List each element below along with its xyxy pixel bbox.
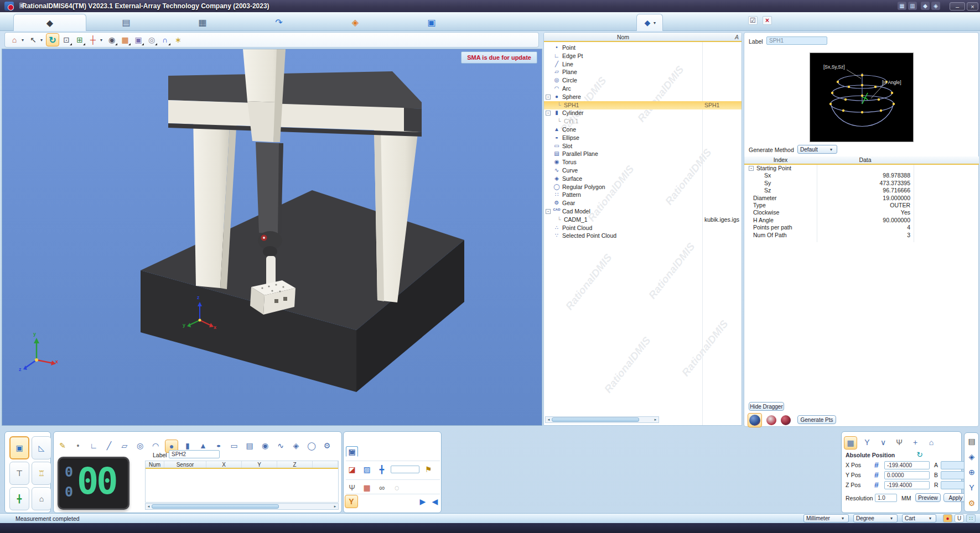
property-row-sx[interactable]: Sx98.978388	[744, 172, 979, 179]
points-column-y[interactable]: Y	[242, 461, 277, 468]
tree-item-sphere[interactable]: -●Sphere	[544, 93, 742, 101]
tree-item-pattern[interactable]: ∷Pattern	[544, 191, 742, 199]
tree-item-gear[interactable]: ⚙Gear	[544, 199, 742, 207]
resolution-input[interactable]: 1.0	[875, 494, 897, 502]
chevron-down-icon[interactable]: ▾	[22, 38, 26, 43]
tab-feature-tree[interactable]: ◆ ▾	[636, 14, 663, 31]
feature-torus-button[interactable]: ◉	[259, 440, 271, 453]
scroll-right-icon[interactable]: ►	[652, 417, 658, 422]
generate-pts-button[interactable]: Generate Pts	[797, 415, 836, 424]
feature-plane-button[interactable]: ▱	[118, 440, 131, 453]
panel-close-icon[interactable]: ×	[763, 16, 772, 25]
feature-surface-button[interactable]: ◈	[290, 440, 302, 453]
tree-item-point[interactable]: •Point	[544, 44, 742, 52]
tab-report-tab[interactable]: ▤	[90, 14, 163, 31]
label-input[interactable]: SPH1	[766, 36, 827, 45]
probe-flag-icon[interactable]: ⚑	[422, 463, 434, 475]
feature-edge-pt-button[interactable]: ∟	[87, 440, 100, 453]
session-tray-icon[interactable]: ◆	[921, 2, 930, 10]
probe-setup-button[interactable]: ⊤	[9, 462, 29, 485]
points-column-x[interactable]: X	[206, 461, 242, 468]
report-window-icon[interactable]: ▤	[966, 435, 978, 447]
tree-item-cadm-1[interactable]: └CADM_1kubik.iges.igs	[544, 216, 742, 224]
tab-machine-tab[interactable]: ◆	[13, 14, 86, 31]
emergency-icon[interactable]: ●	[943, 514, 952, 522]
machine-part-button[interactable]: ⌂	[32, 487, 51, 510]
protractor-button[interactable]: ◺	[32, 436, 51, 459]
feature-circle-button[interactable]: ◎	[134, 440, 146, 453]
tree-item-regular-polygon[interactable]: ◯Regular Polygon	[544, 183, 742, 191]
eraser-icon[interactable]: ◪	[346, 463, 358, 475]
connection-icon[interactable]: ∷	[966, 514, 976, 522]
joystick-button[interactable]: Ψ	[893, 436, 905, 450]
tree-item-arc[interactable]: ◠Arc	[544, 85, 742, 93]
property-row-type[interactable]: TypeOUTER	[744, 202, 979, 209]
align-cross-icon[interactable]: ╋	[376, 463, 388, 475]
points-column-num[interactable]: Num	[146, 461, 164, 468]
feature-gear-button[interactable]: ⚙	[321, 440, 333, 453]
tree-item-cad-model[interactable]: -CADCad Model	[544, 207, 742, 216]
tree-item-slot[interactable]: ▭Slot	[544, 142, 742, 150]
expand-toggle-icon[interactable]: -	[546, 209, 551, 214]
hide-dragger-button[interactable]: Hide Dragger	[749, 402, 784, 411]
points-table-scrollbar[interactable]: ◄ ►	[145, 503, 339, 510]
axes-tool[interactable]: ┼	[87, 34, 99, 46]
tree-item-circle[interactable]: ◎Circle	[544, 76, 742, 85]
feature-point-button[interactable]: •	[72, 440, 84, 453]
tab-window-tab[interactable]: ▦	[166, 14, 239, 31]
tree-column-attr[interactable]: A	[702, 34, 739, 40]
record-tool[interactable]: ◎	[146, 34, 158, 46]
scrollbar-thumb[interactable]	[552, 417, 639, 422]
position-table-button[interactable]: ▦	[844, 436, 857, 450]
probe-angle-tool[interactable]: ∗	[172, 34, 184, 46]
expand-toggle-icon[interactable]: -	[546, 111, 551, 116]
position-y-pos-input[interactable]: 0.0000	[884, 471, 930, 479]
eye-tool[interactable]: ◉	[106, 34, 118, 46]
scrollbar-thumb[interactable]	[152, 504, 279, 509]
points-column-z[interactable]: Z	[277, 461, 313, 468]
joystick-icon[interactable]: Ψ	[346, 482, 358, 494]
measure-label-input[interactable]: SPH2	[169, 450, 220, 458]
units-u-icon[interactable]: U	[955, 514, 964, 522]
chevron-down-icon[interactable]: ▾	[40, 38, 45, 43]
scroll-right-icon[interactable]: ►	[332, 504, 338, 509]
expand-toggle-icon[interactable]: -	[546, 95, 551, 100]
view-tab-result-window[interactable]: ▤	[346, 446, 358, 457]
home-tool[interactable]: ⌂	[8, 34, 20, 46]
probe-reverse-icon[interactable]: ◀	[429, 495, 441, 508]
rotate-tool[interactable]: ↻	[46, 33, 59, 46]
home-position-button[interactable]: ⌂	[925, 436, 937, 450]
color-squares-icon[interactable]: ▦	[361, 482, 373, 494]
grid-step-icon[interactable]: #	[872, 461, 881, 469]
property-row-h-angle[interactable]: H Angle90.000000	[744, 217, 979, 224]
session-tray-icon-2[interactable]: ◈	[931, 2, 940, 10]
property-row-sy[interactable]: Sy473.373395	[744, 180, 979, 187]
property-row-num-of-path[interactable]: Num Of Path3	[744, 232, 979, 239]
tree-item-point-cloud[interactable]: ∴Point Cloud	[544, 224, 742, 232]
tree-item-sph1[interactable]: └SPH1SPH1	[544, 101, 742, 109]
property-row-clockwise[interactable]: ClockwiseYes	[744, 209, 979, 216]
tab-graphics-tab[interactable]: ◈	[319, 14, 392, 31]
units-dropdown[interactable]: Millimeter ▾	[803, 514, 849, 522]
preview-button[interactable]: Preview	[915, 493, 941, 502]
angle-units-dropdown[interactable]: Degree ▾	[853, 514, 898, 522]
position-z-pos-input[interactable]: -199.4000	[884, 481, 930, 489]
network-tray-icon[interactable]: ▦	[898, 2, 906, 10]
probe-play-icon[interactable]: ▶	[417, 495, 429, 508]
sphere-path-mode-2-button[interactable]	[766, 415, 776, 425]
machine-box-button[interactable]: ▣	[9, 436, 29, 459]
hand-probe-icon[interactable]: ◈	[966, 451, 978, 463]
scroll-left-icon[interactable]: ◄	[546, 417, 552, 422]
tree-item-selected-point-cloud[interactable]: ∵Selected Point Cloud	[544, 232, 742, 240]
zoom-tool-icon[interactable]: ⊕	[966, 466, 978, 478]
scroll-left-icon[interactable]: ◄	[146, 504, 152, 509]
feature-parallel-plane-button[interactable]: ▤	[243, 440, 256, 453]
index-column-header[interactable]: Index	[744, 156, 817, 163]
close-button[interactable]: ×	[967, 2, 978, 11]
panel-check-icon[interactable]: ☑	[748, 16, 758, 25]
axes-triad-button[interactable]: ╋	[9, 487, 29, 510]
tree-column-name[interactable]: Nom	[544, 34, 702, 40]
probe-add-button[interactable]: +	[909, 436, 921, 450]
coordinate-mode-dropdown[interactable]: Cart ▾	[902, 514, 936, 522]
grid-step-icon[interactable]: #	[872, 471, 881, 479]
